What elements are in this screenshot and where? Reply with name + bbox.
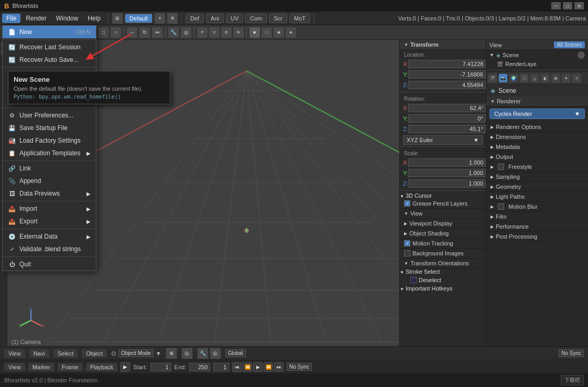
view-tab[interactable]: View [489,42,502,48]
mode-dropdown[interactable]: Object Mode [118,349,154,357]
tb3[interactable]: E [221,27,232,38]
scale-y-input[interactable] [408,169,486,177]
object-tab[interactable]: Object [82,349,107,358]
transform-orientations-section[interactable]: ▼ Transform Orientations [400,259,486,268]
prop-icon-mesh[interactable]: △ [530,73,539,83]
select-tab[interactable]: Select [53,349,78,358]
menu-file[interactable]: File [2,14,20,23]
scene-tree-item[interactable]: ▼ ◈ Scene [486,50,588,60]
tb1[interactable]: F [197,27,208,38]
rotation-y-input[interactable] [408,114,486,123]
menu-load-factory[interactable]: 🏭 Load Factory Settings [3,134,96,147]
menu-data-previews[interactable]: 🖼 Data Previews ▶ [3,187,96,200]
anim-view-tab[interactable]: View [4,363,25,371]
tb-wire[interactable]: □ [261,27,273,38]
freestyle-section[interactable]: ▶ Freestyle [486,162,588,172]
pivot-btn[interactable]: ◎ [181,348,193,359]
global-dropdown[interactable]: Global [225,349,246,357]
metadata-section[interactable]: ▶ Metadata [486,142,588,152]
freestyle-check[interactable] [498,164,504,170]
sync-mode-dropdown[interactable]: No Sync [287,363,312,371]
mode-selector[interactable]: ⊙ Object Mode ▼ [111,349,161,357]
end-input[interactable] [189,363,210,371]
prop-icon-material[interactable]: ◐ [540,73,550,83]
menu-append[interactable]: 📎 Append [3,175,96,187]
toolbar-select-circle[interactable]: ○ [110,27,122,38]
location-z-input[interactable] [408,81,486,89]
post-processing-section[interactable]: ▶ Post Processing [486,232,588,242]
prop-icon-particles[interactable]: ✦ [561,73,571,83]
layer-btn[interactable]: ⊕ [166,348,177,359]
prop-icon-world[interactable]: 🌍 [509,73,518,83]
renderer-options-section[interactable]: ▶ Renderer Options [486,122,588,132]
menu-window[interactable]: Window [52,14,83,23]
workspace-def[interactable]: Def [186,14,204,23]
toolbar-snap[interactable]: 🔧 [168,27,179,38]
scene-visibility-icon[interactable] [578,51,585,59]
transform-collapse-icon[interactable]: ▼ [404,42,408,47]
film-section[interactable]: ▶ Film [486,212,588,222]
tb-render[interactable]: ● [285,27,297,38]
menu-save-startup[interactable]: 💾 Save Startup File [3,122,96,134]
toolbar-select-box[interactable]: □ [97,27,109,38]
location-x-input[interactable] [408,60,486,68]
prop-icon-object[interactable]: ⬡ [519,73,529,83]
prop-icon-physics[interactable]: ⚛ [572,73,581,83]
object-shading-section[interactable]: ▶ Object Shading [400,229,486,239]
menu-recover-auto[interactable]: 🔄 Recover Auto Save... [3,53,96,66]
sync-dropdown[interactable]: No Sync [559,349,584,357]
rotation-z-input[interactable] [408,125,486,133]
grease-pencil-check[interactable]: ✓ [404,200,410,207]
menu-render[interactable]: Render [21,14,50,23]
toolbar-translate[interactable]: ↔ [126,27,138,38]
renderer-section-title[interactable]: ▼ Renderer [486,96,588,106]
toolbar-rotate[interactable]: ↻ [139,27,150,38]
maximize-button[interactable]: □ [563,2,572,9]
minimize-button[interactable]: ─ [551,2,561,9]
location-y-input[interactable] [408,70,486,79]
grease-pencil-section[interactable]: ✓ Grease Pencil Layers [400,199,486,209]
output-section[interactable]: ▶ Output [486,152,588,162]
menu-external-data[interactable]: 💿 External Data ▶ [3,230,96,243]
close-button[interactable]: ✕ [574,2,584,9]
workspace-uv[interactable]: UV [226,14,243,23]
workspace-ani[interactable]: Ani [206,14,224,23]
navi-tab[interactable]: Navi [29,349,49,358]
workspace-add[interactable]: + [154,13,166,24]
snap-btn[interactable]: 🔧 [197,348,209,359]
menu-validate[interactable]: ✓ Validate .blend strings [3,243,96,255]
menu-link[interactable]: 🔗 Link [3,162,96,175]
marker-tab[interactable]: Marker [28,363,55,371]
all-scenes-btn[interactable]: All Scenes [554,41,585,48]
geometry-section[interactable]: ▶ Geometry [486,182,588,192]
tb-mat[interactable]: ◈ [273,27,285,38]
menu-app-templates[interactable]: 📋 Application Templates ▶ [3,147,96,159]
euler-dropdown[interactable]: XYZ Euler ▼ [403,135,483,145]
menu-import[interactable]: 📥 Import ▶ [3,202,96,215]
renderer-dropdown[interactable]: Cycles Render ▼ [489,109,585,119]
deselect-check[interactable] [410,277,417,283]
rotation-x-input[interactable] [408,104,486,112]
proportional-btn[interactable]: ◎ [210,348,221,359]
frame-input[interactable] [213,363,229,371]
light-paths-section[interactable]: ▶ Light Paths [486,192,588,202]
layout-icon[interactable]: ⊞ [112,13,123,24]
playback-tab[interactable]: Playback [86,363,118,371]
dimensions-section[interactable]: ▶ Dimensions [486,132,588,142]
toolbar-scale[interactable]: ⇔ [151,27,163,38]
n-panel[interactable]: ▼ Transform Location: X: 🔒 Y: 🔒 Z: 🔒 [399,40,486,349]
view-section[interactable]: ▼ View [400,209,486,219]
menu-user-prefs[interactable]: ⚙ User Preferences... [3,109,96,122]
menu-export[interactable]: 📤 Export ▶ [3,215,96,228]
play-next-btn[interactable]: ⏩ [264,362,273,372]
scale-x-input[interactable] [408,158,486,167]
stroke-select-section[interactable]: ▼ Stroke Select [400,268,486,275]
menu-recover-last[interactable]: 🔄 Recover Last Session [3,41,96,53]
play-last-btn[interactable]: ⏭ [274,362,284,372]
sampling-section[interactable]: ▶ Sampling [486,172,588,182]
play-first-btn[interactable]: ⏮ [232,362,242,372]
play-btn[interactable]: ▶ [253,362,263,372]
play-prev-btn[interactable]: ⏪ [243,362,252,372]
motion-blur-check[interactable] [498,203,504,210]
start-input[interactable] [150,363,171,371]
